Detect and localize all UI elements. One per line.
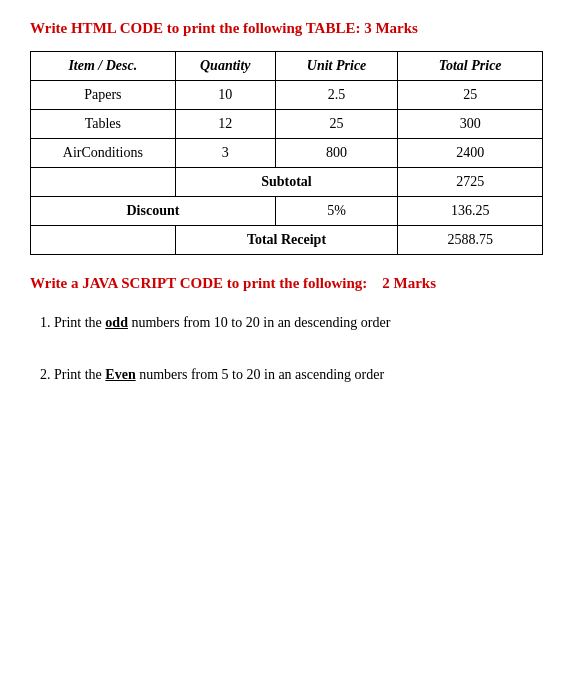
- discount-label: Discount: [31, 197, 276, 226]
- col-header-item: Item / Desc.: [31, 52, 176, 81]
- js-instruction: Write a JAVA SCRIPT CODE to print the fo…: [30, 275, 543, 292]
- question-2: 2. Print the Even numbers from 5 to 20 i…: [40, 364, 543, 386]
- cell-qty-1: 10: [175, 81, 275, 110]
- subtotal-value: 2725: [398, 168, 543, 197]
- discount-value: 136.25: [398, 197, 543, 226]
- data-table: Item / Desc. Quantity Unit Price Total P…: [30, 51, 543, 255]
- html-instruction: Write HTML CODE to print the following T…: [30, 20, 543, 37]
- col-header-total-price: Total Price: [398, 52, 543, 81]
- cell-total-2: 300: [398, 110, 543, 139]
- col-header-unit-price: Unit Price: [275, 52, 397, 81]
- receipt-row: Total Receipt 2588.75: [31, 226, 543, 255]
- cell-item-2: Tables: [31, 110, 176, 139]
- q2-text-before: Print the: [54, 367, 105, 382]
- receipt-empty: [31, 226, 176, 255]
- q2-text-after: numbers from 5 to 20 in an ascending ord…: [136, 367, 384, 382]
- cell-unit-1: 2.5: [275, 81, 397, 110]
- q1-text-before: Print the: [54, 315, 105, 330]
- receipt-label: Total Receipt: [175, 226, 398, 255]
- q2-text-underline: Even: [105, 367, 135, 382]
- cell-item-1: Papers: [31, 81, 176, 110]
- subtotal-row: Subtotal 2725: [31, 168, 543, 197]
- cell-qty-3: 3: [175, 139, 275, 168]
- subtotal-empty: [31, 168, 176, 197]
- table-header-row: Item / Desc. Quantity Unit Price Total P…: [31, 52, 543, 81]
- question-1: 1. Print the odd numbers from 10 to 20 i…: [40, 312, 543, 334]
- q1-text-after: numbers from 10 to 20 in an descending o…: [128, 315, 390, 330]
- receipt-value: 2588.75: [398, 226, 543, 255]
- cell-qty-2: 12: [175, 110, 275, 139]
- discount-row: Discount 5% 136.25: [31, 197, 543, 226]
- subtotal-label: Subtotal: [175, 168, 398, 197]
- cell-unit-2: 25: [275, 110, 397, 139]
- table-wrapper: Item / Desc. Quantity Unit Price Total P…: [30, 51, 543, 255]
- cell-total-1: 25: [398, 81, 543, 110]
- q2-number: 2.: [40, 367, 51, 382]
- q1-number: 1.: [40, 315, 51, 330]
- table-row: Papers 10 2.5 25: [31, 81, 543, 110]
- discount-rate: 5%: [275, 197, 397, 226]
- table-row: Tables 12 25 300: [31, 110, 543, 139]
- col-header-quantity: Quantity: [175, 52, 275, 81]
- q1-text-underline: odd: [105, 315, 128, 330]
- cell-unit-3: 800: [275, 139, 397, 168]
- table-row: AirConditions 3 800 2400: [31, 139, 543, 168]
- cell-item-3: AirConditions: [31, 139, 176, 168]
- cell-total-3: 2400: [398, 139, 543, 168]
